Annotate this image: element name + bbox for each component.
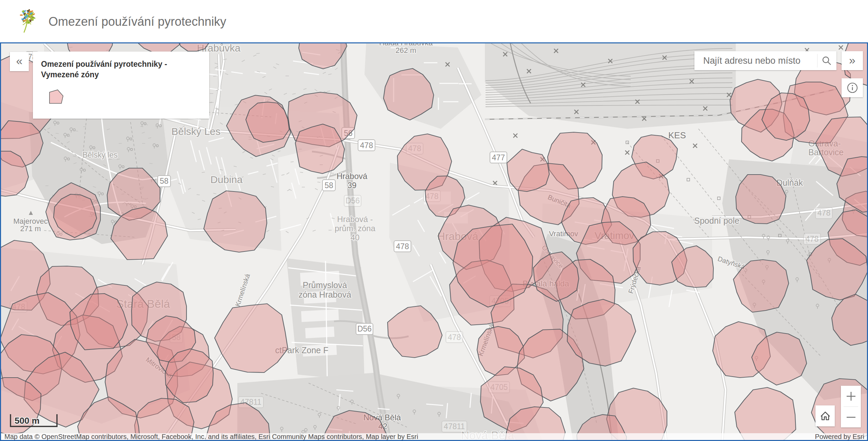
svg-text:478: 478	[817, 208, 830, 217]
svg-text:D56: D56	[357, 324, 372, 333]
svg-text:40: 40	[351, 233, 360, 242]
svg-text:477: 477	[492, 153, 505, 162]
svg-text:Krmelínská: Krmelínská	[234, 273, 251, 307]
svg-text:39: 39	[348, 181, 357, 190]
svg-text:prům. zóna: prům. zóna	[335, 224, 376, 233]
svg-text:478: 478	[448, 333, 461, 342]
svg-text:58: 58	[324, 181, 333, 190]
svg-text:47811: 47811	[444, 422, 465, 431]
svg-text:Spodní pole: Spodní pole	[694, 216, 739, 225]
svg-text:478: 478	[360, 141, 373, 150]
svg-text:Hrabová -: Hrabová -	[337, 215, 373, 224]
svg-text:D56: D56	[346, 196, 360, 205]
svg-text:478: 478	[396, 242, 409, 251]
svg-text:KES: KES	[668, 130, 686, 140]
svg-text:Průmyslová: Průmyslová	[303, 280, 347, 290]
svg-text:Dubina: Dubina	[210, 174, 242, 185]
svg-text:271 m: 271 m	[20, 224, 41, 233]
svg-text:Bělský Les: Bělský Les	[171, 126, 220, 137]
svg-text:478: 478	[806, 235, 818, 243]
svg-text:Bělský les: Bělský les	[82, 151, 118, 159]
svg-text:zóna Hrabová: zóna Hrabová	[298, 290, 351, 299]
svg-text:58: 58	[160, 177, 169, 185]
svg-text:Hrabová: Hrabová	[337, 172, 368, 181]
svg-text:500 m: 500 m	[15, 416, 40, 426]
svg-text:262 m: 262 m	[395, 46, 416, 55]
